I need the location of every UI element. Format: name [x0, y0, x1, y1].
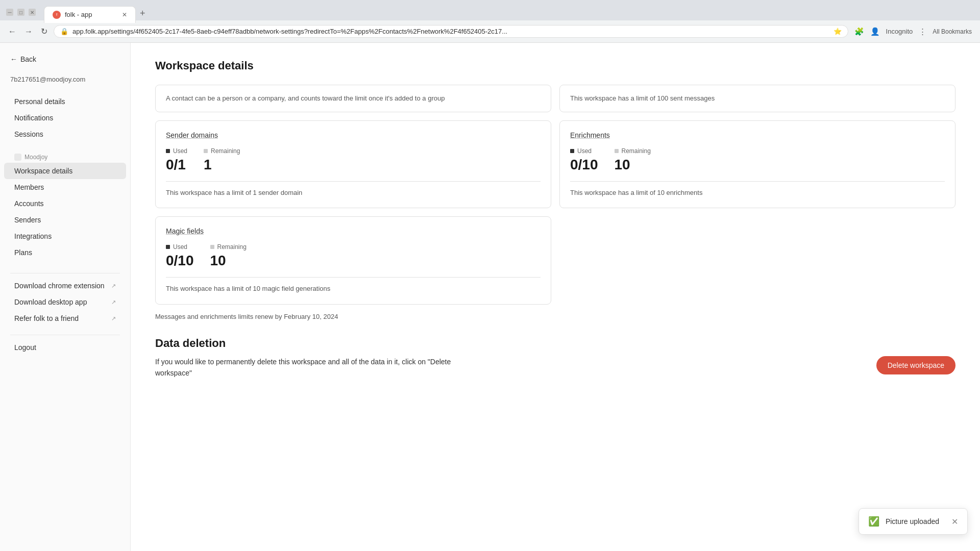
- toast-close-button[interactable]: ✕: [951, 517, 958, 527]
- enrichments-remaining-value: 10: [615, 157, 651, 173]
- address-text: app.folk.app/settings/4f652405-2c17-4fe5…: [72, 28, 829, 35]
- workspace-details-label: Workspace details: [14, 167, 72, 175]
- profile-button[interactable]: 👤: [868, 25, 882, 38]
- sidebar-item-plans[interactable]: Plans: [4, 244, 126, 261]
- enrichments-remaining-label: Remaining: [615, 147, 651, 155]
- renewal-text: Messages and enrichments limits renew by…: [155, 313, 955, 320]
- cards-row-1: Sender domains Used 0/1 Remaining: [155, 120, 955, 209]
- external-link-icon-2: ↗: [111, 299, 116, 306]
- enrichments-used-label: Used: [570, 147, 598, 155]
- active-tab[interactable]: f folk - app ✕: [44, 6, 136, 23]
- magic-fields-remaining-dot: [210, 245, 214, 249]
- remaining-text: Remaining: [211, 147, 240, 155]
- magic-fields-remaining: Remaining 10: [210, 243, 247, 269]
- external-link-icon-3: ↗: [111, 315, 116, 322]
- bookmarks-label: All Bookmarks: [930, 26, 974, 37]
- personal-details-label: Personal details: [14, 97, 65, 106]
- menu-button[interactable]: ⋮: [917, 25, 928, 38]
- reload-button[interactable]: ↻: [39, 24, 50, 38]
- sidebar-item-personal-details[interactable]: Personal details: [4, 93, 126, 110]
- enrichments-used-text: Used: [577, 147, 592, 155]
- notifications-label: Notifications: [14, 114, 53, 122]
- sessions-label: Sessions: [14, 130, 43, 138]
- magic-fields-used-value: 0/10: [166, 253, 194, 269]
- plans-label: Plans: [14, 248, 32, 257]
- magic-fields-used: Used 0/10: [166, 243, 194, 269]
- new-tab-button[interactable]: +: [136, 4, 150, 23]
- address-bar[interactable]: 🔒 app.folk.app/settings/4f652405-2c17-4f…: [54, 25, 848, 38]
- download-desktop-label: Download desktop app: [14, 298, 87, 306]
- incognito-label: Incognito: [884, 26, 915, 37]
- sender-domains-stats: Used 0/1 Remaining 1: [166, 147, 541, 173]
- partial-card-messages: This workspace has a limit of 100 sent m…: [559, 85, 955, 112]
- back-button[interactable]: ← Back: [0, 51, 130, 67]
- delete-workspace-button[interactable]: Delete workspace: [876, 356, 955, 374]
- magic-fields-remaining-value: 10: [210, 253, 247, 269]
- external-link-icon: ↗: [111, 283, 116, 289]
- window-controls: ─ □ ✕: [6, 9, 36, 16]
- sidebar-item-workspace-details[interactable]: Workspace details: [4, 163, 126, 179]
- used-label: Used: [166, 147, 187, 155]
- enrichments-divider: [570, 181, 945, 182]
- sender-domains-title[interactable]: Sender domains: [166, 131, 541, 139]
- deletion-description: If you would like to permanently delete …: [155, 356, 451, 379]
- enrichments-card: Enrichments Used 0/10 Remaining: [559, 120, 955, 209]
- enrichments-stats: Used 0/10 Remaining 10: [570, 147, 945, 173]
- sidebar-item-notifications[interactable]: Notifications: [4, 110, 126, 126]
- magic-fields-used-dot: [166, 245, 170, 249]
- enrichments-used-value: 0/10: [570, 157, 598, 173]
- logout-label: Logout: [14, 343, 36, 352]
- sender-domains-divider: [166, 181, 541, 182]
- main-content: Workspace details A contact can be a per…: [131, 43, 980, 551]
- integrations-label: Integrations: [14, 232, 52, 240]
- remaining-dot: [204, 149, 208, 153]
- deletion-row: If you would like to permanently delete …: [155, 356, 955, 379]
- sender-domains-used: Used 0/1: [166, 147, 187, 173]
- app-layout: ← Back 7b217651@moodjoy.com Personal det…: [0, 43, 980, 551]
- remaining-label: Remaining: [204, 147, 240, 155]
- magic-fields-divider: [166, 277, 541, 278]
- tab-favicon: f: [53, 11, 61, 19]
- sidebar-item-senders[interactable]: Senders: [4, 212, 126, 228]
- download-chrome-label: Download chrome extension: [14, 282, 105, 290]
- magic-fields-used-text: Used: [173, 243, 187, 251]
- extensions-button[interactable]: 🧩: [852, 25, 866, 38]
- sidebar-item-sessions[interactable]: Sessions: [4, 126, 126, 142]
- page-title: Workspace details: [155, 59, 955, 72]
- minimize-button[interactable]: ─: [6, 9, 13, 16]
- enrichments-remaining: Remaining 10: [615, 147, 651, 173]
- back-nav-button[interactable]: ←: [6, 25, 18, 38]
- magic-fields-stats: Used 0/10 Remaining 10: [166, 243, 541, 269]
- forward-nav-button[interactable]: →: [22, 25, 35, 38]
- back-arrow-icon: ←: [10, 55, 17, 63]
- sidebar-item-integrations[interactable]: Integrations: [4, 228, 126, 244]
- sidebar: ← Back 7b217651@moodjoy.com Personal det…: [0, 43, 131, 551]
- magic-fields-used-label: Used: [166, 243, 194, 251]
- senders-label: Senders: [14, 216, 41, 224]
- sidebar-item-download-desktop[interactable]: Download desktop app ↗: [4, 294, 126, 310]
- back-label: Back: [20, 55, 36, 63]
- toast-message: Picture uploaded: [886, 517, 939, 525]
- enrichments-desc: This workspace has a limit of 10 enrichm…: [570, 188, 945, 198]
- magic-fields-title[interactable]: Magic fields: [166, 227, 541, 235]
- close-button[interactable]: ✕: [29, 9, 36, 16]
- enrichments-used-dot: [570, 149, 574, 153]
- refer-folk-label: Refer folk to a friend: [14, 314, 79, 322]
- browser-chrome: ─ □ ✕ f folk - app ✕ + ← → ↻ 🔒 app.folk.…: [0, 0, 980, 43]
- toast-notification: ✅ Picture uploaded ✕: [859, 508, 968, 535]
- toolbar-icons: 🧩 👤 Incognito ⋮ All Bookmarks: [852, 25, 974, 38]
- tab-close-button[interactable]: ✕: [122, 11, 127, 18]
- sender-domains-remaining: Remaining 1: [204, 147, 240, 173]
- sidebar-item-refer-folk[interactable]: Refer folk to a friend ↗: [4, 310, 126, 327]
- enrichments-title[interactable]: Enrichments: [570, 131, 945, 139]
- sidebar-item-members[interactable]: Members: [4, 179, 126, 195]
- sidebar-item-accounts[interactable]: Accounts: [4, 195, 126, 212]
- sidebar-item-logout[interactable]: Logout: [4, 339, 126, 356]
- sidebar-item-download-chrome[interactable]: Download chrome extension ↗: [4, 278, 126, 294]
- maximize-button[interactable]: □: [17, 9, 24, 16]
- sidebar-divider-2: [10, 335, 120, 335]
- workspace-name: Moodjoy: [24, 154, 47, 161]
- sender-domains-desc: This workspace has a limit of 1 sender d…: [166, 188, 541, 198]
- partial-cards-row: A contact can be a person or a company, …: [155, 85, 955, 112]
- magic-fields-remaining-text: Remaining: [217, 243, 247, 251]
